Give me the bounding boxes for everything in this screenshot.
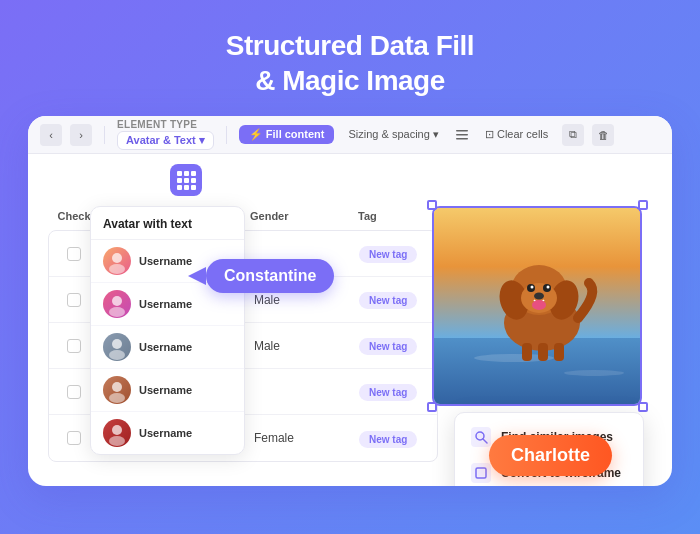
copy-button[interactable]: ⧉ — [562, 124, 584, 146]
avatar — [103, 376, 131, 404]
gender-cell: Female — [246, 431, 351, 445]
align-icon[interactable] — [453, 126, 471, 144]
title-line1: Structured Data Fill — [226, 30, 474, 61]
avatar — [103, 419, 131, 447]
svg-rect-28 — [522, 343, 532, 361]
avatar — [103, 333, 131, 361]
username-label: Username — [139, 384, 192, 396]
tag-cell: New tag — [351, 290, 437, 309]
svg-point-26 — [534, 293, 544, 300]
avatar-row: Username — [91, 412, 244, 454]
svg-rect-1 — [456, 134, 468, 136]
checkbox[interactable] — [67, 385, 81, 399]
gender-column-header: Gender — [250, 210, 289, 222]
resize-handle-tr[interactable] — [638, 200, 648, 210]
grid-icon-button[interactable] — [170, 164, 202, 196]
tag-cell: New tag — [351, 382, 437, 401]
svg-line-32 — [483, 439, 487, 443]
checkbox[interactable] — [67, 339, 81, 353]
element-type-value: Avatar & Text ▾ — [126, 134, 205, 147]
svg-point-10 — [109, 393, 125, 403]
element-type-label: ELEMENT TYPE — [117, 119, 214, 130]
svg-point-11 — [112, 425, 122, 435]
toolbar-separator — [104, 126, 105, 144]
svg-rect-29 — [538, 343, 548, 361]
constantine-label: Constantine — [224, 267, 316, 284]
gender-cell: Male — [246, 339, 351, 353]
resize-handle-br[interactable] — [638, 402, 648, 412]
toolbar: ‹ › ELEMENT TYPE Avatar & Text ▾ ⚡ Fill … — [28, 116, 672, 154]
tag-cell: New tag — [351, 336, 437, 355]
svg-rect-0 — [456, 130, 468, 132]
svg-point-27 — [532, 300, 546, 310]
svg-rect-35 — [478, 470, 484, 476]
find-similar-icon — [471, 427, 491, 447]
resize-handle-bl[interactable] — [427, 402, 437, 412]
tag-badge[interactable]: New tag — [359, 292, 417, 309]
svg-point-7 — [112, 339, 122, 349]
svg-point-16 — [564, 370, 624, 376]
content-area: Check Gender Tag New tag Male New tag — [28, 154, 672, 486]
forward-button[interactable]: › — [70, 124, 92, 146]
username-label: Username — [139, 255, 192, 267]
svg-point-6 — [109, 307, 125, 317]
clear-cells-button[interactable]: ⊡ Clear cells — [479, 126, 554, 143]
back-button[interactable]: ‹ — [40, 124, 62, 146]
dog-image — [434, 208, 640, 404]
tag-column-header: Tag — [358, 210, 377, 222]
title-line2: & Magic Image — [255, 65, 445, 96]
tooltip-arrow — [188, 267, 206, 285]
constantine-tooltip: Constantine — [206, 259, 334, 293]
avatar-panel: Avatar with text Username Username Usern… — [90, 206, 245, 455]
avatar — [103, 290, 131, 318]
svg-point-8 — [109, 350, 125, 360]
avatar — [103, 247, 131, 275]
tag-cell: New tag — [351, 429, 437, 448]
sizing-button[interactable]: Sizing & spacing ▾ — [342, 126, 444, 143]
svg-rect-2 — [456, 138, 468, 140]
fill-content-button[interactable]: ⚡ Fill content — [239, 125, 335, 144]
tag-badge[interactable]: New tag — [359, 431, 417, 448]
tag-badge[interactable]: New tag — [359, 246, 417, 263]
main-card: ‹ › ELEMENT TYPE Avatar & Text ▾ ⚡ Fill … — [28, 116, 672, 486]
svg-point-25 — [547, 286, 550, 289]
checkbox[interactable] — [67, 431, 81, 445]
avatar-panel-header: Avatar with text — [91, 207, 244, 240]
username-label: Username — [139, 427, 192, 439]
svg-point-12 — [109, 436, 125, 446]
resize-handle-tl[interactable] — [427, 200, 437, 210]
svg-rect-30 — [554, 343, 564, 361]
dog-image-container — [432, 206, 642, 406]
tag-badge[interactable]: New tag — [359, 338, 417, 355]
avatar-row: Username — [91, 326, 244, 369]
page-title: Structured Data Fill & Magic Image — [0, 0, 700, 116]
charlotte-label: Charlotte — [511, 445, 590, 465]
avatar-row: Username — [91, 369, 244, 412]
checkbox[interactable] — [67, 247, 81, 261]
svg-rect-33 — [477, 434, 483, 438]
svg-point-4 — [109, 264, 125, 274]
grid-dots-icon — [177, 171, 196, 190]
svg-point-3 — [112, 253, 122, 263]
tag-cell: New tag — [351, 244, 437, 263]
wireframe-icon — [471, 463, 491, 483]
svg-point-5 — [112, 296, 122, 306]
svg-point-24 — [531, 286, 534, 289]
gender-cell: Male — [246, 293, 351, 307]
dog-scene-svg — [434, 208, 642, 406]
username-label: Username — [139, 341, 192, 353]
charlotte-tooltip: Charlotte — [489, 435, 612, 476]
delete-button[interactable]: 🗑 — [592, 124, 614, 146]
toolbar-separator-2 — [226, 126, 227, 144]
tag-badge[interactable]: New tag — [359, 384, 417, 401]
svg-point-9 — [112, 382, 122, 392]
username-label: Username — [139, 298, 192, 310]
checkbox[interactable] — [67, 293, 81, 307]
element-type-badge[interactable]: Avatar & Text ▾ — [117, 131, 214, 150]
